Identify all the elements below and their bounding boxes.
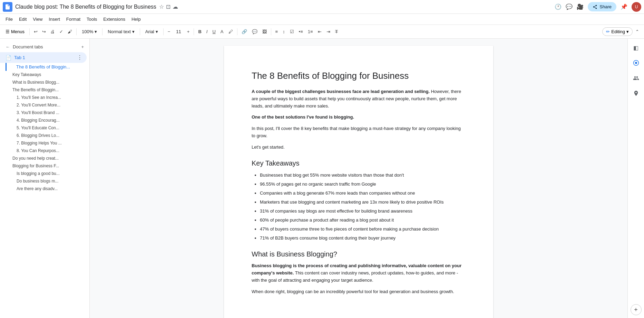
text-style-chevron-icon: ▾ xyxy=(132,29,135,34)
outline-item-14[interactable]: Is blogging a good bu... xyxy=(0,170,89,177)
outline-item-1[interactable]: Key Takeaways xyxy=(0,71,89,78)
hamburger-icon: ☰ xyxy=(6,29,10,34)
redo-button[interactable]: ↪ xyxy=(40,28,48,36)
menu-view[interactable]: View xyxy=(30,15,45,23)
cloud-icon[interactable]: ☁ xyxy=(173,3,178,10)
paint-format-button[interactable]: 🖌 xyxy=(66,28,74,36)
menu-format[interactable]: Format xyxy=(64,15,83,23)
outline-item-16[interactable]: Are there any disadv... xyxy=(0,185,89,193)
doc-section-2-title: What is Business Blogging? xyxy=(252,250,466,258)
indent-increase-button[interactable]: ⇥ xyxy=(324,28,332,36)
sidebar: ← Document tabs + 📄 Tab 1 ⋮ The 8 Benefi… xyxy=(0,39,90,318)
doc-intro-3: In this post, I'll cover the 8 key benef… xyxy=(252,125,466,140)
numbered-list-button[interactable]: 1≡ xyxy=(306,28,315,36)
content-area: The 8 Benefits of Blogging for Business … xyxy=(90,39,627,318)
add-panel-button[interactable]: + xyxy=(631,304,642,315)
menu-file[interactable]: File xyxy=(3,15,16,23)
pencil-icon: ✏ xyxy=(606,29,610,34)
main-layout: ← Document tabs + 📄 Tab 1 ⋮ The 8 Benefi… xyxy=(0,39,644,318)
menu-bar: File Edit View Insert Format Tools Exten… xyxy=(0,14,644,25)
outline-item-13[interactable]: Blogging for Business F... xyxy=(0,162,89,170)
text-style-value: Normal text xyxy=(108,29,130,34)
menu-insert[interactable]: Insert xyxy=(46,15,63,23)
doc-section-1-title: Key Takeaways xyxy=(252,159,466,167)
menu-tools[interactable]: Tools xyxy=(84,15,100,23)
print-button[interactable]: 🖨 xyxy=(48,28,57,36)
font-size-dropdown[interactable]: 11 xyxy=(173,27,184,36)
doc-heading-1: The 8 Benefits of Blogging for Business xyxy=(252,71,466,81)
doc-intro-2: One of the best solutions I've found is … xyxy=(252,114,466,121)
tab-label: Tab 1 xyxy=(14,55,77,60)
font-size-decrease-button[interactable]: − xyxy=(166,28,173,36)
indent-decrease-button[interactable]: ⇤ xyxy=(316,28,324,36)
explore-icon[interactable] xyxy=(630,57,642,69)
outline-item-9[interactable]: 6. Blogging Drives Lo... xyxy=(0,132,89,139)
share-label: Share xyxy=(599,4,612,9)
outline-item-12[interactable]: Do you need help creat... xyxy=(0,155,89,162)
collapse-toolbar-button[interactable]: ⌃ xyxy=(633,28,641,36)
outline-item-11[interactable]: 8. You Can Repurpos... xyxy=(0,147,89,155)
folder-icon[interactable]: ⊡ xyxy=(166,3,170,10)
text-style-dropdown[interactable]: Normal text ▾ xyxy=(105,27,137,36)
title-bar: Claude blog post: The 8 Benefits of Blog… xyxy=(0,0,644,14)
outline-item-4[interactable]: 1. You'll See an Increa... xyxy=(0,94,89,101)
share-button[interactable]: Share xyxy=(588,2,616,11)
outline-item-15[interactable]: Do business blogs m... xyxy=(0,177,89,185)
font-chevron-icon: ▾ xyxy=(156,29,158,34)
underline-button[interactable]: U xyxy=(210,28,217,36)
outline-item-7[interactable]: 4. Blogging Encourag... xyxy=(0,116,89,124)
menu-extensions[interactable]: Extensions xyxy=(100,15,128,23)
outline-item-0[interactable]: The 8 Benefits of Bloggin... xyxy=(6,63,89,71)
menu-edit[interactable]: Edit xyxy=(16,15,29,23)
doc-section-2-p1: Business blogging is the process of crea… xyxy=(252,262,466,284)
tab-item-1[interactable]: 📄 Tab 1 ⋮ xyxy=(0,52,87,63)
italic-button[interactable]: I xyxy=(204,28,210,36)
bullet-list-button[interactable]: •≡ xyxy=(297,28,305,36)
bullet-2: Companies with a blog generate 67% more … xyxy=(260,189,466,197)
back-button[interactable]: ← xyxy=(6,44,10,49)
spellcheck-button[interactable]: ✓ xyxy=(57,28,65,36)
undo-button[interactable]: ↩ xyxy=(32,28,40,36)
video-icon[interactable]: 🎥 xyxy=(577,3,584,10)
outline-item-6[interactable]: 3. You'll Boost Brand ... xyxy=(0,109,89,116)
editing-label: Editing xyxy=(611,29,625,34)
tab-more-icon[interactable]: ⋮ xyxy=(77,54,82,61)
zoom-dropdown[interactable]: 100% ▾ xyxy=(79,27,100,36)
people-icon[interactable] xyxy=(630,72,642,84)
outline-item-3[interactable]: The Benefits of Bloggin... xyxy=(0,86,89,94)
history-icon[interactable]: 🕐 xyxy=(555,3,562,10)
outline-item-8[interactable]: 5. You'll Educate Con... xyxy=(0,124,89,132)
user-avatar[interactable]: U xyxy=(632,2,641,12)
editing-dropdown[interactable]: ✏ Editing ▾ xyxy=(602,27,633,36)
font-dropdown[interactable]: Arial ▾ xyxy=(142,27,161,36)
svg-point-1 xyxy=(635,62,637,64)
insert-link-button[interactable]: 🔗 xyxy=(240,28,249,36)
align-button[interactable]: ≡ xyxy=(273,28,280,36)
text-color-button[interactable]: A xyxy=(218,28,226,36)
checklist-button[interactable]: ☑ xyxy=(288,28,296,36)
bold-button[interactable]: B xyxy=(196,28,203,36)
line-spacing-button[interactable]: ↕ xyxy=(281,28,287,36)
highlight-button[interactable]: 🖊 xyxy=(226,28,235,36)
insert-image-button[interactable]: 🖼 xyxy=(260,28,269,36)
menus-label: Menus xyxy=(11,29,25,34)
sidebar-toggle-icon[interactable]: ◧ xyxy=(630,41,642,54)
font-size-increase-button[interactable]: + xyxy=(185,28,192,36)
location-icon[interactable] xyxy=(630,87,642,100)
toolbar: ☰ Menus ↩ ↪ 🖨 ✓ 🖌 100% ▾ Normal text ▾ A… xyxy=(0,25,644,39)
outline-item-10[interactable]: 7. Blogging Helps You ... xyxy=(0,139,89,147)
comments-icon[interactable]: 💬 xyxy=(566,3,573,10)
doc-intro-2-bold: One of the best solutions I've found is … xyxy=(252,114,354,120)
right-panel: ◧ + xyxy=(627,39,644,318)
clear-formatting-button[interactable]: T̶ xyxy=(333,28,340,36)
menu-help[interactable]: Help xyxy=(129,15,144,23)
add-tab-button[interactable]: + xyxy=(81,44,84,49)
outline-item-2[interactable]: What is Business Blogg... xyxy=(0,78,89,86)
pin-icon[interactable]: 📌 xyxy=(621,3,627,10)
outline-item-5[interactable]: 2. You'll Convert More... xyxy=(0,101,89,109)
star-icon[interactable]: ☆ xyxy=(159,3,164,10)
insert-comment-button[interactable]: 💬 xyxy=(250,28,260,36)
bullet-5: 60% of people purchase a product after r… xyxy=(260,216,466,224)
menus-button[interactable]: ☰ Menus xyxy=(3,28,27,36)
app-icon xyxy=(3,2,12,12)
